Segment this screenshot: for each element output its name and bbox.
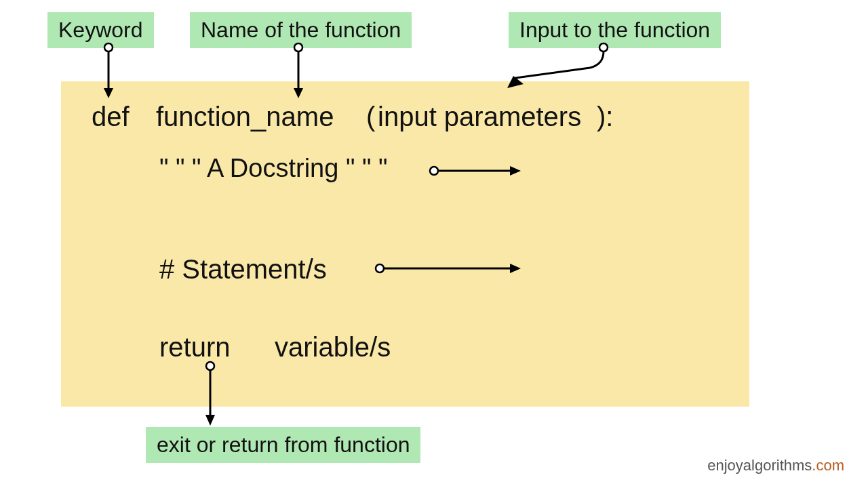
svg-marker-16 [205,415,215,426]
code-params-close: ): [597,102,613,132]
code-def-keyword: def [92,102,130,132]
code-docstring: " " " A Docstring " " " [159,154,388,183]
code-statements: # Statement/s [159,254,327,285]
code-return-keyword: return [159,332,231,363]
watermark-suffix: .com [812,457,844,474]
watermark: enjoyalgorithms.com [707,457,844,474]
code-function-name: function_name [156,102,334,132]
code-params-text: input parameters [378,102,581,132]
label-input-to-function: Input to the function [509,12,721,48]
label-keyword: Keyword [47,12,154,48]
label-name-of-function: Name of the function [190,12,412,48]
code-block: def function_name ( input parameters ): … [61,81,749,407]
code-return-variable: variable/s [275,332,391,363]
watermark-prefix: enjoyalgorithms [707,457,812,474]
label-exit-return: exit or return from function [146,427,420,463]
code-params-open: ( [366,102,375,132]
